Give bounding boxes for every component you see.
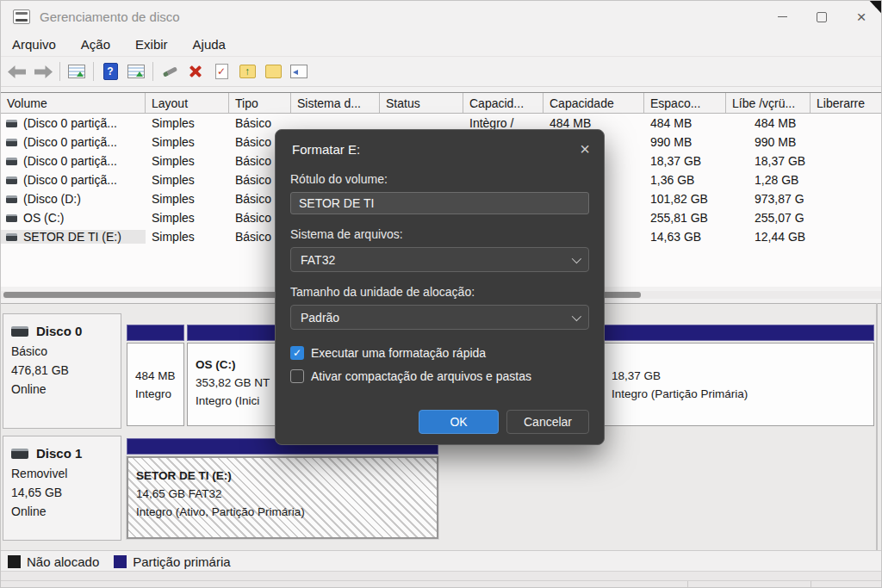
legend-bar: Não alocado Partição primária: [1, 550, 881, 572]
column-header-capacidade[interactable]: Capacidade: [543, 93, 644, 113]
bottom-strip: [1, 571, 881, 588]
column-header-tipo[interactable]: Tipo: [229, 93, 291, 113]
menu-arquivo[interactable]: Arquivo: [12, 37, 56, 52]
folder-up-icon[interactable]: ↑: [234, 60, 260, 83]
window-title: Gerenciamento de disco: [40, 9, 180, 24]
console-window-icon[interactable]: [286, 60, 312, 83]
column-header-libe[interactable]: Líbe /vçrü...: [726, 93, 811, 113]
disk0-label-panel[interactable]: Disco 0 Básico 476,81 GB Online: [3, 313, 121, 429]
cancel-button[interactable]: Cancelar: [506, 410, 589, 434]
volume-icon: [6, 120, 17, 127]
disk-icon: [11, 326, 28, 337]
menu-ajuda[interactable]: Ajuda: [193, 37, 226, 52]
action-icon[interactable]: [157, 60, 183, 83]
volume-icon: [6, 139, 17, 146]
close-icon: ×: [856, 9, 866, 25]
title-bar: Gerenciamento de disco ×: [1, 1, 881, 33]
dialog-body: Rótulo do volume: Sistema de arquivos: F…: [276, 172, 604, 383]
chevron-down-icon: [572, 253, 581, 263]
toolbar-separator: [93, 62, 94, 81]
volume-icon: [6, 176, 17, 184]
toolbar-separator: [152, 62, 153, 81]
legend-label-primary: Partição primária: [133, 554, 230, 569]
volume-icon: [6, 158, 17, 165]
column-header-espaco[interactable]: Espaco...: [644, 93, 726, 113]
help-icon[interactable]: ?: [97, 60, 123, 83]
menu-bar: Arquivo Ação Exibir Ajuda: [1, 33, 881, 57]
chevron-down-icon: [572, 311, 581, 320]
quick-format-label: Executar uma formatação rápida: [311, 346, 486, 360]
column-header-layout[interactable]: Layout: [146, 93, 229, 113]
toolbar: ? ✓ ↑: [1, 57, 881, 87]
legend-swatch-primary: [114, 555, 127, 568]
minimize-button[interactable]: [762, 1, 802, 33]
disk-icon: [11, 449, 28, 459]
folder-explore-icon[interactable]: [260, 60, 286, 83]
compression-checkbox[interactable]: [290, 369, 304, 383]
maximize-icon: [817, 12, 827, 22]
dialog-title: Formatar E:: [292, 142, 360, 157]
volume-list-header: Volume Layout Tipo Sistema d... Status C…: [1, 92, 881, 114]
minimize-icon: [778, 16, 787, 18]
forward-arrow-icon[interactable]: [30, 60, 56, 83]
column-header-sistema[interactable]: Sistema d...: [291, 93, 380, 113]
check-icon: ✓: [293, 347, 301, 359]
disk-management-window: Gerenciamento de disco × Arquivo Ação Ex…: [0, 0, 882, 588]
volume-icon: [6, 195, 17, 203]
volume-label-input[interactable]: [290, 192, 589, 214]
console-tree-icon[interactable]: [64, 60, 90, 83]
quick-format-checkbox[interactable]: ✓: [290, 346, 304, 360]
format-dialog: Formatar E: × Rótulo do volume: Sistema …: [275, 129, 605, 445]
column-header-liberar[interactable]: Liberarre: [811, 93, 881, 113]
partition-color-bar: [603, 325, 874, 341]
column-header-volume[interactable]: Volume: [1, 93, 146, 113]
disk0-status: Online: [11, 380, 121, 399]
disk1-row: Disco 1 Removivel 14,65 GB Online SETOR …: [1, 434, 881, 542]
ok-button[interactable]: OK: [419, 410, 499, 434]
legend-label-unallocated: Não alocado: [27, 554, 99, 569]
disk1-partition-setor-de-ti[interactable]: SETOR DE TI (E:) 14,65 GB FAT32 Integro …: [127, 438, 438, 539]
disk0-name: Disco 0: [36, 324, 82, 338]
disk0-partition-data[interactable]: 18,37 GB Integro (Partição Primária): [603, 325, 874, 426]
volume-icon: [6, 214, 17, 222]
check-document-icon[interactable]: ✓: [208, 60, 234, 83]
allocation-unit-select[interactable]: Padrão: [290, 305, 589, 330]
volume-label-caption: Rótulo do volume:: [290, 172, 589, 186]
column-header-capacid[interactable]: Capacid...: [463, 93, 543, 113]
disk1-kind: Removivel: [11, 464, 121, 483]
menu-exibir[interactable]: Exibir: [135, 37, 168, 52]
delete-volume-icon[interactable]: [183, 60, 208, 83]
disk1-size: 14,65 GB: [11, 483, 121, 502]
disk0-size: 476,81 GB: [11, 361, 121, 380]
properties-pane-icon[interactable]: [123, 60, 149, 83]
back-arrow-icon[interactable]: [4, 60, 30, 83]
compression-checkbox-row: Ativar compactação de arquivos e pastas: [290, 369, 589, 383]
column-header-status[interactable]: Status: [380, 93, 463, 113]
menu-acao[interactable]: Ação: [81, 37, 110, 52]
maximize-button[interactable]: [802, 1, 842, 33]
dialog-header: Formatar E: ×: [276, 130, 604, 159]
allocation-unit-caption: Tamanho da unidade de alocação:: [290, 285, 589, 299]
disk1-name: Disco 1: [36, 446, 82, 461]
file-system-select[interactable]: FAT32: [290, 247, 589, 272]
file-system-caption: Sistema de arquivos:: [290, 227, 589, 241]
partition-color-bar: [127, 325, 184, 341]
disk0-kind: Básico: [11, 342, 121, 361]
disk1-status: Online: [11, 502, 121, 521]
disk1-label-panel[interactable]: Disco 1 Removivel 14,65 GB Online: [3, 436, 121, 541]
compression-label: Ativar compactação de arquivos e pastas: [311, 369, 531, 383]
disk0-partition-system[interactable]: 484 MB Integro: [127, 325, 184, 426]
dialog-buttons: OK Cancelar: [419, 410, 589, 434]
volume-icon: [6, 233, 17, 241]
toolbar-separator: [59, 62, 60, 81]
legend-swatch-unallocated: [8, 555, 21, 568]
window-controls: ×: [762, 1, 881, 33]
quick-format-checkbox-row: ✓ Executar uma formatação rápida: [290, 346, 589, 360]
dialog-close-icon[interactable]: ×: [580, 140, 590, 158]
app-icon: [13, 9, 30, 24]
